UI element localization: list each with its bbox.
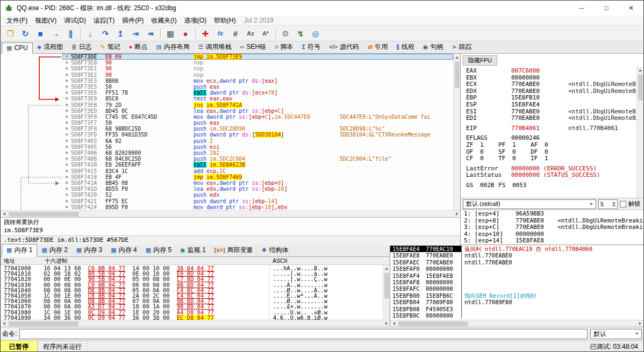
tab-call-stack[interactable]: ☰调用堆栈 xyxy=(194,41,236,53)
register-row[interactable]: EDX770EABE0<ntdll.DbgUiRemoteBreakin> xyxy=(466,88,636,95)
calling-convention-select[interactable]: 默认 (stdcall) xyxy=(463,199,596,209)
maximize-button[interactable]: □ xyxy=(594,1,619,16)
scroll-right-arrow[interactable] xyxy=(383,320,390,327)
breakpoint-bullet[interactable]: ● xyxy=(62,204,71,210)
breakpoint-bullet[interactable]: ● xyxy=(62,66,71,71)
stack-row[interactable]: 15E8FB0C00000000 xyxy=(390,312,643,319)
menu-plugins[interactable]: 插件(P) xyxy=(118,16,147,26)
disasm-row[interactable]: ●5D8F7410E8 26EEFAFFcall im.5D8A623B xyxy=(62,162,453,168)
stack-row[interactable]: 15E8FB0477089F80ntdll.77089F80 xyxy=(390,299,643,305)
disasm-row[interactable]: ●5D8F73ED8D45 0Clea eax,dword ptr ss:[eb… xyxy=(62,108,453,114)
toolbar-button-step-over[interactable]: ↷ xyxy=(98,27,112,40)
toolbar-button-run-to-user-code[interactable]: ⇥ xyxy=(128,27,142,40)
disasm-row[interactable]: ●5D8F73E090nop xyxy=(62,60,453,66)
command-mode-select[interactable]: 默认 xyxy=(590,329,642,339)
menu-help[interactable]: 帮助(H) xyxy=(210,16,240,26)
tab-graph[interactable]: ◈流程图 xyxy=(33,41,67,53)
tab-notes[interactable]: ✎笔记 xyxy=(96,41,124,53)
toolbar-button-strings[interactable]: Az xyxy=(244,27,257,40)
menu-file[interactable]: 文件(F) xyxy=(3,16,31,26)
disasm-row[interactable]: ●5D8F73EB79 2Djns im.5D8F741A xyxy=(62,102,453,108)
breakpoint-bullet[interactable]: ● xyxy=(62,156,71,162)
tab-references[interactable]: ⇄引用 xyxy=(363,41,392,53)
tab-symbols[interactable]: Σ符号 xyxy=(298,41,325,53)
scrollbar-thumb[interactable] xyxy=(9,212,78,217)
stack-row[interactable]: 15E8FB08F45905E3 xyxy=(390,306,643,312)
disasm-row[interactable]: ●5D8F73F0C745 0C E047C45Dmov dword ptr s… xyxy=(62,114,453,120)
close-button[interactable]: ✕ xyxy=(619,1,643,16)
scroll-left-arrow[interactable] xyxy=(390,320,397,327)
disasm-row[interactable]: ●5D8F74036A 02push 2 xyxy=(62,138,453,144)
toolbar-button-restart[interactable]: ↻ xyxy=(18,27,32,40)
register-row[interactable]: LastStatus00000000 (STATUS_SUCCESS) xyxy=(466,172,636,179)
breakpoint-bullet[interactable]: ● xyxy=(62,114,71,120)
toolbar-button-stop[interactable]: ■ xyxy=(33,27,47,40)
tab-watch-1[interactable]: ◉监视 1 xyxy=(176,245,210,256)
stack-row[interactable]: 15E8FAFC00000000 xyxy=(390,285,643,292)
disasm-row[interactable]: ●5D8F7418EB 4Fjmp im.5D8F7469 xyxy=(62,174,453,180)
tab-memory-3[interactable]: ▦内存 3 xyxy=(72,245,106,256)
disasm-row[interactable]: ●5D8F740668 82020000push 282 xyxy=(62,150,453,156)
tab-log[interactable]: ≣日志 xyxy=(67,41,96,53)
breakpoint-bullet[interactable]: ● xyxy=(62,60,71,66)
stack-horizontal-scrollbar[interactable] xyxy=(390,320,643,327)
disasm-row[interactable]: ●5D8F740B68 04C0C25Dpush im.5DC2C0045DC2… xyxy=(62,156,453,162)
tab-script[interactable]: ≡脚本 xyxy=(270,41,297,53)
toolbar-button-analyze[interactable]: A* xyxy=(259,27,273,40)
scrollbar-thumb[interactable] xyxy=(384,273,389,299)
disasm-row[interactable]: ●5D8F73DEEB 09jmp im.5D8F73E9 xyxy=(62,54,453,60)
minimize-button[interactable]: ─ xyxy=(569,1,594,16)
disasm-row[interactable]: ●5D8F73E38B08mov ecx,dword ptr ds:[eax] xyxy=(62,78,453,84)
tab-memory-4[interactable]: ▦内存 4 xyxy=(106,245,141,256)
breakpoint-bullet[interactable]: ● xyxy=(62,174,71,180)
stack-row[interactable]: 15E8FAEC770EABE0ntdll.770EABE0 xyxy=(390,259,643,265)
breakpoint-bullet[interactable]: ● xyxy=(62,138,71,144)
breakpoint-bullet[interactable]: ● xyxy=(62,84,71,90)
disasm-row[interactable]: ●5D8F742052push edx xyxy=(62,192,453,198)
register-row[interactable]: EDI770EABE0<ntdll.DbgUiRemoteBreakin> xyxy=(466,115,636,122)
scrollbar-thumb[interactable] xyxy=(455,62,460,88)
breakpoint-bullet[interactable]: ● xyxy=(62,96,71,102)
toolbar-button-inject[interactable]: ↯ xyxy=(294,27,307,40)
breakpoint-bullet[interactable]: ● xyxy=(62,108,71,114)
stack-row[interactable]: 15E8FAF415E8FAE8 xyxy=(390,272,643,279)
toolbar-button-trace-over[interactable]: ↠ xyxy=(144,27,158,40)
menu-debug[interactable]: 调试(D) xyxy=(60,16,90,26)
register-row[interactable]: CF0TF0IF1 xyxy=(466,155,636,162)
disasm-row[interactable]: ●5D8F73E6FF51 78call dword ptr ds:[ecx+7… xyxy=(62,90,453,96)
breakpoint-bullet[interactable]: ● xyxy=(62,162,71,168)
menu-favourites[interactable]: 收藏夹(I) xyxy=(147,16,180,26)
disasm-row[interactable]: ●5D8F7421FF75 ECpush dword ptr ss:[ebp-1… xyxy=(62,198,453,204)
toolbar-button-run[interactable]: → xyxy=(48,27,62,40)
breakpoint-bullet[interactable]: ● xyxy=(62,198,71,204)
tab-handles[interactable]: ◉句柄 xyxy=(419,41,448,53)
toolbar-button-search[interactable]: ◎ xyxy=(309,27,323,40)
disasm-row[interactable]: ●5D8F73F868 98BDC25Dpush im.5DC28D985DC2… xyxy=(62,126,453,132)
tab-breakpoints[interactable]: ●断点 xyxy=(125,41,152,53)
disasm-row[interactable]: ●5D8F73FDFF35 0481D35Dpush dword ptr ds:… xyxy=(62,132,453,138)
breakpoint-bullet[interactable]: ● xyxy=(62,168,71,174)
disasm-row[interactable]: ●5D8F73E985C0test eax,eax xyxy=(62,96,453,102)
scrollbar-thumb[interactable] xyxy=(638,75,643,100)
scroll-up-arrow[interactable] xyxy=(383,265,390,272)
scroll-up-arrow[interactable] xyxy=(454,54,461,61)
stack-arg-row[interactable]: 3: [esp+C]770EABE0<ntdll.DbgUiRemoteBrea… xyxy=(464,224,643,231)
hide-fpu-button[interactable]: 隐藏FPU xyxy=(463,55,497,66)
breakpoint-bullet[interactable]: ● xyxy=(62,150,71,156)
stack-row[interactable]: 15E8FB0015E8FB6C指向SEH_Record[1]的指针 xyxy=(390,292,643,299)
toolbar-button-function-analysis[interactable]: fx xyxy=(213,27,227,40)
menu-options[interactable]: 选项(O) xyxy=(181,16,210,26)
disasm-row[interactable]: ●5D8F7424895D F0mov dword ptr ss:[ebp-10… xyxy=(62,204,453,210)
disasm-row[interactable]: ●5D8F73E550push eax xyxy=(62,84,453,90)
tab-source[interactable]: </>源代码 xyxy=(325,41,363,53)
tab-trace[interactable]: ➤跟踪 xyxy=(447,41,476,53)
breakpoint-bullet[interactable]: ● xyxy=(62,78,71,84)
breakpoint-bullet[interactable]: ● xyxy=(62,90,71,96)
stack-row[interactable]: 15E8FAE8770EABE0ntdll.770EABE0 xyxy=(390,252,643,258)
breakpoint-bullet[interactable]: ● xyxy=(62,132,71,138)
tab-threads[interactable]: ∥线程 xyxy=(392,41,419,53)
toolbar-button-open-file[interactable]: ❐ xyxy=(3,27,17,40)
toolbar-button-pause[interactable]: ∥ xyxy=(63,27,77,40)
toolbar-button-preferences[interactable]: ⚙ xyxy=(278,27,292,40)
menu-trace[interactable]: 追踪(T) xyxy=(90,16,118,26)
